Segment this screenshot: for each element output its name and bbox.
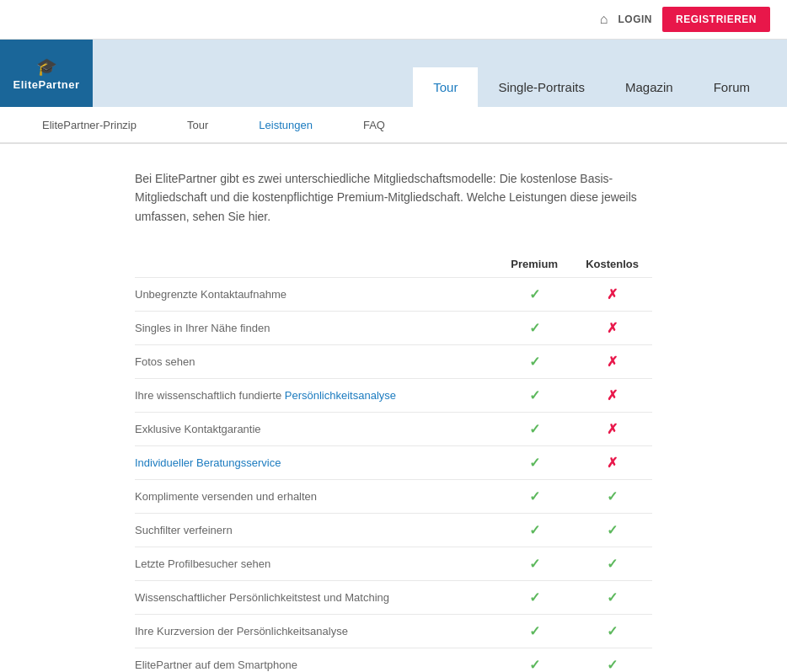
- premium-check-5: ✓: [496, 446, 572, 480]
- kostenlos-check-3: ✗: [572, 379, 652, 413]
- premium-check-6: ✓: [496, 480, 572, 514]
- feature-name-8: Letzte Profilbesucher sehen: [135, 547, 496, 581]
- feature-link-3[interactable]: Persönlichkeitsanalyse: [285, 389, 396, 402]
- main-nav: Tour Single-Portraits Magazin Forum: [93, 40, 787, 107]
- table-row: Komplimente versenden und erhalten✓✓: [135, 480, 652, 514]
- kostenlos-check-6: ✓: [572, 480, 652, 514]
- feature-name-5: Individueller Beratungsservice: [135, 446, 496, 480]
- sub-nav-tour[interactable]: Tour: [162, 109, 233, 141]
- premium-check-2: ✓: [496, 345, 572, 379]
- comparison-table: Premium Kostenlos Unbegrenzte Kontaktauf…: [135, 251, 652, 672]
- feature-name-10: Ihre Kurzversion der Persönlichkeitsanal…: [135, 615, 496, 648]
- top-bar-icons: ⌂ LOGIN REGISTRIEREN: [600, 7, 770, 32]
- premium-check-8: ✓: [496, 547, 572, 581]
- nav-tab-magazin[interactable]: Magazin: [605, 70, 693, 107]
- header: 🎓 ElitePartner Tour Single-Portraits Mag…: [0, 40, 787, 107]
- register-button[interactable]: REGISTRIEREN: [662, 7, 770, 32]
- sub-nav-elitepartner-prinzip[interactable]: ElitePartner-Prinzip: [17, 109, 162, 141]
- feature-name-4: Exklusive Kontaktgarantie: [135, 413, 496, 446]
- feature-name-11: ElitePartner auf dem Smartphone: [135, 648, 496, 672]
- table-row: Ihre wissenschaftlich fundierte Persönli…: [135, 379, 652, 413]
- nav-tab-tour[interactable]: Tour: [413, 67, 478, 107]
- kostenlos-check-1: ✗: [572, 312, 652, 345]
- table-row: Individueller Beratungsservice✓✗: [135, 446, 652, 480]
- sub-nav: ElitePartner-Prinzip Tour Leistungen FAQ: [0, 107, 787, 144]
- premium-check-7: ✓: [496, 514, 572, 547]
- table-row: Letzte Profilbesucher sehen✓✓: [135, 547, 652, 581]
- feature-link-5[interactable]: Individueller Beratungsservice: [135, 456, 281, 469]
- sub-nav-faq[interactable]: FAQ: [338, 109, 410, 141]
- logo-partner: Partner: [38, 78, 79, 91]
- intro-text: Bei ElitePartner gibt es zwei unterschie…: [135, 169, 640, 226]
- main-content: Bei ElitePartner gibt es zwei unterschie…: [0, 144, 787, 672]
- premium-check-9: ✓: [496, 581, 572, 615]
- logo-text: ElitePartner: [13, 78, 80, 91]
- kostenlos-check-9: ✓: [572, 581, 652, 615]
- table-row: Singles in Ihrer Nähe finden✓✗: [135, 312, 652, 345]
- premium-check-0: ✓: [496, 278, 572, 312]
- table-row: Ihre Kurzversion der Persönlichkeitsanal…: [135, 615, 652, 648]
- table-row: Fotos sehen✓✗: [135, 345, 652, 379]
- kostenlos-check-7: ✓: [572, 514, 652, 547]
- kostenlos-check-10: ✓: [572, 615, 652, 648]
- feature-name-9: Wissenschaftlicher Persönlichkeitstest u…: [135, 581, 496, 615]
- feature-name-6: Komplimente versenden und erhalten: [135, 480, 496, 514]
- nav-tab-single-portraits[interactable]: Single-Portraits: [478, 70, 605, 107]
- kostenlos-check-11: ✓: [572, 648, 652, 672]
- feature-name-3: Ihre wissenschaftlich fundierte Persönli…: [135, 379, 496, 413]
- logo-area: 🎓 ElitePartner: [0, 40, 93, 107]
- feature-name-7: Suchfilter verfeinern: [135, 514, 496, 547]
- table-row: Suchfilter verfeinern✓✓: [135, 514, 652, 547]
- login-button[interactable]: LOGIN: [618, 13, 652, 25]
- premium-check-3: ✓: [496, 379, 572, 413]
- premium-check-1: ✓: [496, 312, 572, 345]
- feature-name-2: Fotos sehen: [135, 345, 496, 379]
- logo-elite: Elite: [13, 78, 39, 91]
- feature-name-0: Unbegrenzte Kontaktaufnahme: [135, 278, 496, 312]
- nav-tab-forum[interactable]: Forum: [693, 70, 770, 107]
- home-icon[interactable]: ⌂: [600, 12, 608, 27]
- table-row: Wissenschaftlicher Persönlichkeitstest u…: [135, 581, 652, 615]
- table-row: ElitePartner auf dem Smartphone✓✓: [135, 648, 652, 672]
- kostenlos-check-2: ✗: [572, 345, 652, 379]
- kostenlos-check-0: ✗: [572, 278, 652, 312]
- sub-nav-leistungen[interactable]: Leistungen: [233, 109, 338, 141]
- feature-name-1: Singles in Ihrer Nähe finden: [135, 312, 496, 345]
- table-row: Exklusive Kontaktgarantie✓✗: [135, 413, 652, 446]
- top-bar: ⌂ LOGIN REGISTRIEREN: [0, 0, 787, 40]
- feature-column-header: [135, 251, 496, 278]
- table-row: Unbegrenzte Kontaktaufnahme✓✗: [135, 278, 652, 312]
- kostenlos-column-header: Kostenlos: [572, 251, 652, 278]
- kostenlos-check-4: ✗: [572, 413, 652, 446]
- premium-check-11: ✓: [496, 648, 572, 672]
- logo-icon: 🎓: [36, 56, 57, 77]
- premium-column-header: Premium: [496, 251, 572, 278]
- premium-check-10: ✓: [496, 615, 572, 648]
- premium-check-4: ✓: [496, 413, 572, 446]
- kostenlos-check-8: ✓: [572, 547, 652, 581]
- kostenlos-check-5: ✗: [572, 446, 652, 480]
